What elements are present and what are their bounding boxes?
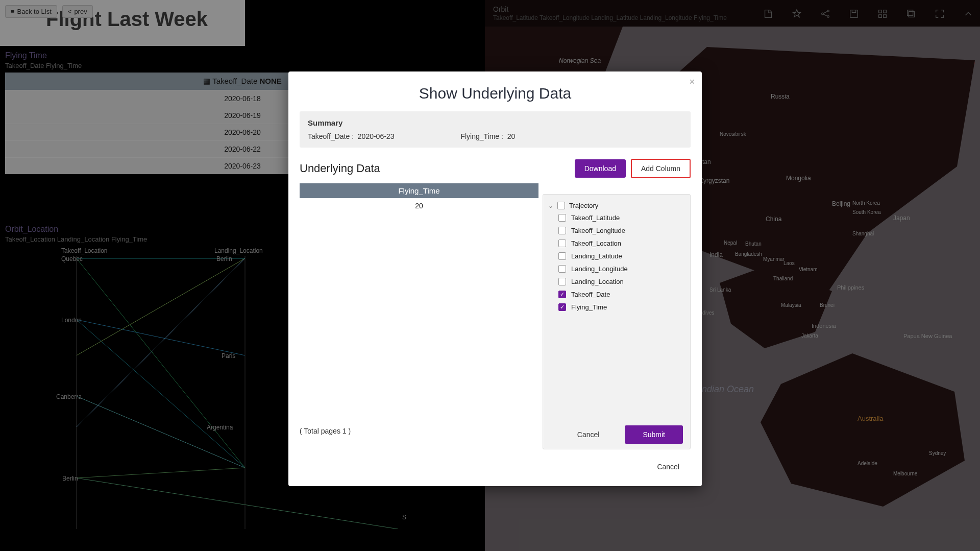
- tree-item[interactable]: Landing_Latitude: [543, 250, 690, 262]
- panel-submit-button[interactable]: Submit: [625, 425, 683, 444]
- add-column-panel: ⌄ Trajectory Takeoff_LatitudeTakeoff_Lon…: [543, 194, 691, 449]
- chevron-down-icon: ⌄: [548, 202, 553, 209]
- summary-title: Summary: [308, 118, 682, 127]
- checkbox-trajectory[interactable]: [557, 202, 565, 209]
- summary-box: Summary Takeoff_Date : 2020-06-23 Flying…: [300, 111, 691, 148]
- underlying-title: Underlying Data: [300, 162, 570, 175]
- table-column-header[interactable]: Flying_Time: [300, 183, 538, 198]
- tree-item[interactable]: Landing_Longitude: [543, 262, 690, 275]
- checkbox[interactable]: [558, 278, 566, 285]
- panel-cancel-button[interactable]: Cancel: [577, 430, 600, 439]
- pages-info: ( Total pages 1 ): [300, 427, 351, 435]
- add-column-button[interactable]: Add Column: [631, 159, 691, 178]
- data-table: Flying_Time 20: [300, 183, 538, 428]
- tree-item-label: Flying_Time: [571, 303, 607, 311]
- tree-item-label: Takeoff_Longitude: [571, 227, 625, 234]
- tree-item-label: Landing_Location: [571, 278, 624, 285]
- tree-item-label: Landing_Longitude: [571, 265, 628, 273]
- tree-root[interactable]: ⌄ Trajectory: [543, 200, 690, 211]
- checkbox[interactable]: [558, 265, 566, 273]
- panel-actions: Cancel Submit: [577, 425, 683, 444]
- close-icon[interactable]: ×: [689, 77, 695, 87]
- tree-item-label: Landing_Latitude: [571, 252, 622, 260]
- summary-row: Takeoff_Date : 2020-06-23 Flying_Time : …: [308, 132, 682, 140]
- tree-item[interactable]: Takeoff_Longitude: [543, 224, 690, 237]
- checkbox[interactable]: [558, 252, 566, 260]
- tree-item[interactable]: Takeoff_Latitude: [543, 211, 690, 224]
- checkbox[interactable]: [558, 303, 566, 311]
- checkbox[interactable]: [558, 239, 566, 247]
- checkbox[interactable]: [558, 291, 566, 298]
- tree-item-label: Takeoff_Date: [571, 291, 610, 298]
- modal-title: Show Underlying Data: [288, 71, 702, 111]
- checkbox[interactable]: [558, 214, 566, 222]
- tree-root-label: Trajectory: [569, 202, 598, 209]
- download-button[interactable]: Download: [575, 159, 626, 178]
- tree-item[interactable]: Landing_Location: [543, 275, 690, 288]
- summary-takeoff-value: 2020-06-23: [358, 132, 395, 140]
- summary-takeoff-label: Takeoff_Date :: [308, 132, 354, 140]
- tree-item-label: Takeoff_Latitude: [571, 214, 620, 222]
- tree-item[interactable]: Flying_Time: [543, 301, 690, 314]
- tree-item[interactable]: Takeoff_Date: [543, 288, 690, 301]
- table-row[interactable]: 20: [300, 198, 538, 213]
- summary-flying-value: 20: [507, 132, 516, 140]
- modal-cancel-button[interactable]: Cancel: [657, 463, 679, 471]
- tree-item-label: Takeoff_Location: [571, 239, 621, 247]
- underlying-bar: Underlying Data Download Add Column: [300, 159, 691, 178]
- checkbox[interactable]: [558, 227, 566, 234]
- show-underlying-data-modal: × Show Underlying Data Summary Takeoff_D…: [288, 71, 702, 486]
- summary-flying-label: Flying_Time :: [460, 132, 503, 140]
- tree-item[interactable]: Takeoff_Location: [543, 237, 690, 250]
